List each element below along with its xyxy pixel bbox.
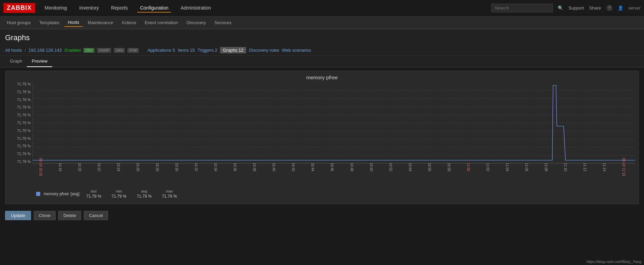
tag-zbx: ZBX	[83, 48, 94, 53]
x-label-end: 08-19 11:16	[607, 157, 625, 177]
top-navigation: ZABBIX Monitoring Inventory Reports Conf…	[0, 0, 644, 16]
top-nav-right: 🔍 Support Share ? 👤 server	[491, 4, 641, 12]
search-input[interactable]	[491, 4, 553, 12]
legend-last-label: last	[91, 189, 97, 193]
support-link[interactable]: Support	[568, 5, 584, 11]
update-button[interactable]: Update	[5, 211, 31, 220]
graph-container: memory pfree 71.79 % 71.79 % 71.79 % 71.…	[5, 71, 639, 204]
nav-services[interactable]: Services	[211, 19, 235, 27]
server-label: server	[628, 5, 641, 11]
tag-jmx: JMX	[114, 48, 125, 53]
delete-button[interactable]: Delete	[58, 211, 81, 220]
chart-wrapper: 08-19 10:16 10:18 10:20 10:22 10:24 10:2…	[33, 82, 635, 186]
action-buttons: Update Clone Delete Cancel	[0, 208, 644, 223]
nav-administration[interactable]: Administration	[178, 4, 214, 13]
legend-min-label: min	[116, 189, 122, 193]
top-nav-items: Monitoring Inventory Reports Configurati…	[42, 4, 491, 13]
legend-color-box	[36, 192, 40, 196]
tag-ipmi: IPMI	[127, 48, 139, 53]
search-icon[interactable]: 🔍	[558, 5, 563, 11]
breadcrumb-nav-discovery-rules[interactable]: Discovery rules	[249, 48, 279, 53]
footer-url: https://blog.csdn.net/Micky_Yang	[584, 258, 644, 265]
nav-maintenance[interactable]: Maintenance	[85, 19, 117, 27]
status-badge: Enabled	[64, 48, 81, 53]
chart-svg[interactable]	[33, 82, 635, 164]
nav-actions[interactable]: Actions	[118, 19, 140, 27]
breadcrumb-nav-web-scenarios[interactable]: Web scenarios	[282, 48, 311, 53]
nav-discovery[interactable]: Discovery	[183, 19, 209, 27]
breadcrumb-all-hosts[interactable]: All hosts	[5, 48, 22, 53]
help-icon[interactable]: ?	[606, 5, 613, 11]
legend-tag: [avg]	[71, 192, 79, 196]
clone-button[interactable]: Clone	[34, 211, 56, 220]
user-icon[interactable]: 👤	[618, 5, 623, 11]
legend: memory pfree [avg] last 71.79 % min 71.7…	[9, 186, 635, 200]
x-label-start: 08-19 10:16	[24, 157, 43, 177]
nav-templates[interactable]: Templates	[36, 19, 63, 27]
page-title: Graphs	[0, 29, 644, 45]
share-link[interactable]: Share	[589, 5, 601, 11]
legend-avg-label: avg	[141, 189, 147, 193]
nav-host-groups[interactable]: Host groups	[3, 19, 34, 27]
legend-avg-value: 71.79 %	[137, 194, 152, 199]
x-axis: 08-19 10:16 10:18 10:20 10:22 10:24 10:2…	[33, 165, 635, 186]
breadcrumb-nav-graphs[interactable]: Graphs 12	[220, 47, 246, 53]
sub-tabs: Graph Preview	[0, 56, 644, 67]
breadcrumb-nav-triggers[interactable]: Triggers 2	[198, 48, 217, 53]
logo[interactable]: ZABBIX	[3, 3, 35, 13]
nav-reports[interactable]: Reports	[108, 4, 131, 13]
cancel-button[interactable]: Cancel	[84, 211, 108, 220]
breadcrumb-nav-applications[interactable]: Applications 5	[148, 48, 175, 53]
breadcrumb-ip[interactable]: 192.168.126.142	[29, 48, 62, 53]
graph-area: 71.79 % 71.79 % 71.79 % 71.79 % 71.79 % …	[9, 82, 635, 186]
breadcrumb: All hosts / 192.168.126.142 Enabled ZBX …	[0, 45, 644, 56]
legend-name: memory pfree	[44, 192, 69, 196]
y-axis: 71.79 % 71.79 % 71.79 % 71.79 % 71.79 % …	[9, 82, 33, 164]
nav-monitoring[interactable]: Monitoring	[42, 4, 70, 13]
graph-title: memory pfree	[9, 74, 635, 80]
tab-graph[interactable]: Graph	[5, 56, 27, 67]
nav-event-correlation[interactable]: Event correlation	[141, 19, 182, 27]
legend-min-value: 71.79 %	[111, 194, 126, 199]
legend-max-value: 71.79 %	[162, 194, 177, 199]
legend-max-label: max	[166, 189, 173, 193]
nav-inventory[interactable]: Inventory	[76, 4, 102, 13]
x-label-11-00: 11:00	[451, 157, 470, 177]
legend-last-value: 71.79 %	[86, 194, 101, 199]
breadcrumb-separator: /	[25, 48, 26, 53]
legend-stats: last 71.79 % min 71.79 % avg 71.79 % max…	[86, 189, 177, 199]
tab-preview[interactable]: Preview	[27, 56, 52, 67]
tag-snmp: SNMP	[97, 48, 111, 53]
breadcrumb-nav-items[interactable]: Items 15	[178, 48, 195, 53]
nav-configuration[interactable]: Configuration	[137, 4, 171, 13]
second-navigation: Host groups Templates Hosts Maintenance …	[0, 16, 644, 29]
nav-hosts[interactable]: Hosts	[64, 18, 82, 27]
